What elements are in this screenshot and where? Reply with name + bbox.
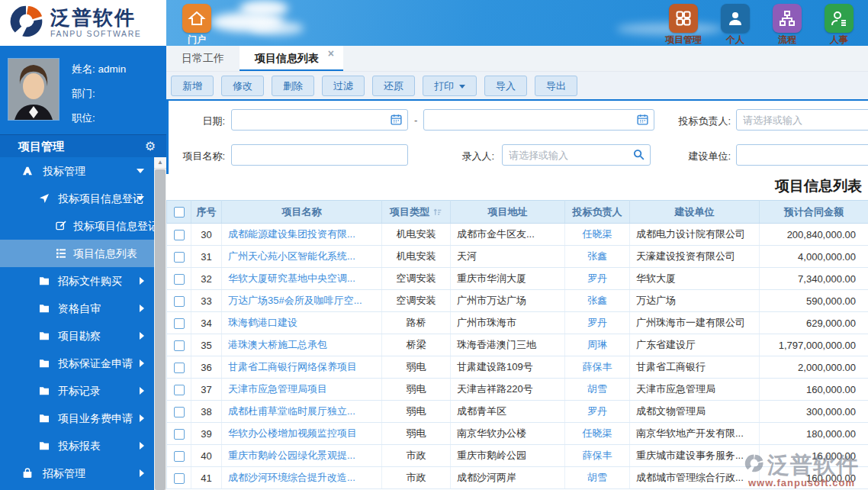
project-name-link[interactable]: 成都沙河环境综合提升改造... bbox=[228, 472, 355, 483]
folder-icon bbox=[38, 275, 50, 287]
sidebar-item-7[interactable]: 投标保证金申请 bbox=[0, 350, 154, 377]
sidebar-item-2[interactable]: 投标项目信息登记 bbox=[0, 212, 154, 240]
project-name-link[interactable]: 成都杜甫草堂临时展厅独立... bbox=[228, 405, 355, 417]
construction-unit-input[interactable] bbox=[736, 144, 868, 166]
bid-manager-link[interactable]: 胡雪 bbox=[587, 472, 607, 483]
project-name-link[interactable]: 甘肃省工商银行网络保养项目 bbox=[228, 361, 357, 372]
bid-manager-link[interactable]: 罗丹 bbox=[587, 317, 607, 328]
row-checkbox[interactable] bbox=[174, 340, 185, 351]
bid-manager-link[interactable]: 罗丹 bbox=[587, 272, 607, 284]
sidebar-item-1[interactable]: 投标项目信息登记 bbox=[0, 185, 154, 212]
search-icon[interactable] bbox=[632, 148, 645, 161]
sort-icon[interactable] bbox=[432, 207, 442, 219]
sidebar-item-11[interactable]: 招标管理 bbox=[0, 459, 154, 487]
nav-app-project-management[interactable]: 项目管理 bbox=[662, 2, 705, 46]
chevron-down-icon bbox=[137, 196, 144, 201]
toolbar-button-0[interactable]: 新增 bbox=[171, 76, 214, 96]
toolbar-button-4[interactable]: 还原 bbox=[372, 76, 415, 96]
sidebar-item-4[interactable]: 招标文件购买 bbox=[0, 267, 154, 295]
brand-title: 泛普软件 bbox=[50, 8, 141, 28]
hr-icon bbox=[825, 4, 854, 33]
bid-manager-link[interactable]: 张鑫 bbox=[587, 295, 607, 306]
gear-icon[interactable]: ⚙ bbox=[145, 135, 156, 157]
column-header-2[interactable]: 项目类型 bbox=[382, 201, 451, 224]
tab-label: 项目信息列表 bbox=[255, 52, 319, 64]
entry-person-input[interactable] bbox=[502, 144, 651, 166]
bid-manager-input[interactable] bbox=[736, 109, 868, 131]
cell-amount: 16,000.00 bbox=[760, 445, 868, 467]
project-name-link[interactable]: 华软大厦研究基地中央空调... bbox=[228, 272, 355, 284]
toolbar-button-1[interactable]: 修改 bbox=[221, 76, 264, 96]
row-checkbox[interactable] bbox=[174, 318, 185, 329]
row-checkbox[interactable] bbox=[174, 407, 185, 417]
bid-manager-link[interactable]: 薛保丰 bbox=[583, 450, 612, 461]
scroll-up-icon[interactable]: ▲ bbox=[154, 157, 166, 169]
bid-manager-link[interactable]: 张鑫 bbox=[587, 250, 607, 262]
scrollbar-thumb[interactable] bbox=[155, 169, 166, 490]
column-header-3[interactable]: 项目地址 bbox=[451, 201, 565, 224]
bid-manager-link[interactable]: 薛保丰 bbox=[583, 361, 612, 372]
project-name-link[interactable]: 珠海鹤港口建设 bbox=[228, 317, 297, 328]
project-name-link[interactable]: 港珠澳大桥施工总承包 bbox=[228, 339, 327, 350]
row-checkbox[interactable] bbox=[174, 451, 185, 462]
row-checkbox[interactable] bbox=[174, 385, 185, 395]
user-panel: 姓名: admin 部门: 职位: bbox=[0, 46, 166, 134]
project-name-link[interactable]: 重庆市鹅岭公园绿化景观提... bbox=[228, 450, 355, 461]
bid-manager-link[interactable]: 周琳 bbox=[587, 339, 607, 350]
sidebar-item-10[interactable]: 投标报表 bbox=[0, 432, 154, 459]
calendar-icon[interactable] bbox=[636, 113, 649, 126]
sidebar-item-3[interactable]: 项目信息列表 bbox=[0, 240, 154, 267]
cell-amount: 160,000.00 bbox=[760, 467, 868, 489]
row-checkbox[interactable] bbox=[174, 230, 185, 240]
nav-app-portal[interactable]: 门户 bbox=[175, 2, 218, 46]
module-title: 项目管理 bbox=[18, 140, 64, 153]
sidebar-item-9[interactable]: 项目业务费申请 bbox=[0, 405, 154, 432]
toolbar-button-2[interactable]: 删除 bbox=[272, 76, 314, 96]
date-from-input[interactable] bbox=[231, 109, 408, 131]
column-header-5[interactable]: 建设单位 bbox=[630, 201, 760, 224]
calendar-icon[interactable] bbox=[390, 113, 403, 126]
sidebar-item-6[interactable]: 项目勘察 bbox=[0, 322, 154, 350]
nav-app-hr[interactable]: 人事 bbox=[818, 2, 860, 46]
row-checkbox[interactable] bbox=[174, 252, 185, 263]
toolbar-button-7[interactable]: 导出 bbox=[535, 76, 577, 96]
row-checkbox[interactable] bbox=[174, 363, 185, 373]
row-checkbox[interactable] bbox=[174, 296, 185, 307]
bid-manager-link[interactable]: 罗丹 bbox=[587, 405, 607, 417]
cell-amount: 629,000.00 bbox=[760, 312, 868, 334]
column-header-4[interactable]: 投标负责人 bbox=[565, 201, 630, 224]
project-name-input[interactable] bbox=[231, 144, 408, 166]
select-all-checkbox[interactable] bbox=[174, 207, 185, 218]
nav-app-label: 流程 bbox=[766, 34, 809, 46]
row-checkbox[interactable] bbox=[174, 429, 185, 440]
bid-manager-link[interactable]: 任晓渠 bbox=[583, 427, 612, 439]
sidebar-item-8[interactable]: 开标记录 bbox=[0, 377, 154, 405]
column-header-6[interactable]: 预计合同金额 bbox=[760, 201, 868, 224]
project-name-link[interactable]: 广州天心苑小区智能化系统... bbox=[228, 250, 355, 262]
row-checkbox[interactable] bbox=[174, 473, 185, 484]
tab-daily-work[interactable]: 日常工作 bbox=[166, 46, 240, 71]
sidebar-item-5[interactable]: 资格自审 bbox=[0, 295, 154, 322]
tab-project-info-list[interactable]: 项目信息列表 × bbox=[240, 46, 343, 71]
project-name-link[interactable]: 成都能源建设集团投资有限... bbox=[228, 228, 355, 240]
date-to-input[interactable] bbox=[423, 109, 654, 131]
toolbar-button-5[interactable]: 打印 bbox=[423, 76, 477, 96]
project-name-link[interactable]: 天津市应急管理局项目 bbox=[228, 383, 327, 395]
column-header-0[interactable]: 序号 bbox=[191, 201, 222, 224]
cell-type: 空调安装 bbox=[382, 290, 451, 312]
nav-app-process[interactable]: 流程 bbox=[766, 2, 809, 46]
toolbar-button-3[interactable]: 过滤 bbox=[322, 76, 365, 96]
button-label: 过滤 bbox=[333, 80, 353, 92]
sidebar-item-0[interactable]: 投标管理 bbox=[0, 157, 154, 185]
sidebar-scrollbar[interactable]: ▲ bbox=[154, 157, 166, 490]
project-name-link[interactable]: 万达广场35#会所及咖啡厅空... bbox=[228, 295, 362, 306]
cloud-decoration bbox=[240, 0, 288, 17]
bid-manager-link[interactable]: 任晓渠 bbox=[583, 228, 612, 240]
column-header-1[interactable]: 项目名称 bbox=[222, 201, 382, 224]
toolbar-button-6[interactable]: 导入 bbox=[484, 76, 527, 96]
project-name-link[interactable]: 华软办公楼增加视频监控项目 bbox=[228, 427, 357, 439]
bid-manager-link[interactable]: 胡雪 bbox=[587, 383, 607, 395]
close-icon[interactable]: × bbox=[328, 48, 334, 59]
nav-app-personal[interactable]: 个人 bbox=[714, 2, 757, 46]
row-checkbox[interactable] bbox=[174, 274, 185, 285]
